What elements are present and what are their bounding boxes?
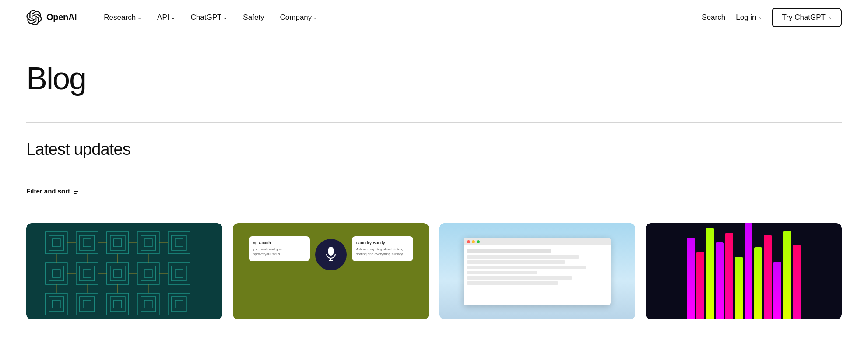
- mic-icon: [325, 247, 337, 263]
- bar-3: [706, 228, 714, 319]
- filter-sort-icon: [74, 189, 81, 194]
- svg-rect-32: [53, 300, 60, 308]
- logo[interactable]: OpenAI: [26, 10, 77, 25]
- navbar-right: Search Log in ↑ Try ChatGPT ↑: [702, 8, 842, 27]
- nav-item-company[interactable]: Company ⌄: [274, 10, 324, 25]
- content-row: [467, 266, 586, 269]
- navbar: OpenAI Research ⌄ API ⌄ ChatGPT ⌄ Safety…: [0, 0, 868, 35]
- main-content: Blog Latest updates Filter and sort: [0, 35, 868, 319]
- color-bars-container: [678, 223, 809, 319]
- bar-5: [725, 233, 733, 319]
- bar-7: [745, 223, 752, 319]
- bar-12: [793, 245, 801, 320]
- search-button[interactable]: Search: [702, 13, 725, 22]
- svg-rect-44: [175, 300, 183, 308]
- mic-button: [315, 239, 347, 270]
- minimize-dot: [472, 240, 475, 243]
- nav-item-safety[interactable]: Safety: [237, 10, 270, 25]
- svg-rect-13: [172, 235, 186, 250]
- laundry-title: Laundry Buddy: [356, 241, 409, 245]
- svg-rect-34: [80, 297, 95, 312]
- bar-10: [773, 262, 781, 319]
- svg-rect-2: [53, 239, 60, 247]
- svg-rect-8: [114, 239, 122, 247]
- section-divider: [26, 122, 842, 123]
- nav-label-research: Research: [104, 13, 136, 22]
- nav-label-api: API: [157, 13, 169, 22]
- card-image-4: [646, 223, 842, 319]
- blog-card-1[interactable]: [26, 223, 222, 319]
- close-dot: [467, 240, 470, 243]
- app-card-coaching: ng Coach your work and givenprove your s…: [249, 236, 310, 261]
- filter-line-2: [74, 191, 78, 192]
- login-arrow-icon: ↑: [756, 14, 763, 21]
- coaching-desc: your work and givenprove your skills.: [253, 247, 306, 256]
- svg-rect-4: [80, 235, 95, 250]
- nav-item-api[interactable]: API ⌄: [151, 10, 181, 25]
- svg-rect-63: [328, 247, 334, 256]
- filter-bar[interactable]: Filter and sort: [26, 180, 842, 202]
- blog-card-3[interactable]: [439, 223, 636, 319]
- svg-rect-5: [83, 239, 91, 247]
- svg-rect-17: [53, 270, 60, 277]
- svg-rect-37: [110, 297, 125, 312]
- svg-rect-20: [83, 270, 91, 277]
- svg-rect-28: [172, 266, 186, 281]
- desktop-mockup: [464, 238, 611, 305]
- svg-rect-29: [175, 270, 183, 277]
- content-row: [467, 255, 579, 259]
- svg-rect-11: [144, 239, 152, 247]
- bar-11: [783, 231, 791, 319]
- content-row: [467, 260, 565, 264]
- nav-label-chatgpt: ChatGPT: [191, 13, 222, 22]
- login-button[interactable]: Log in ↑: [736, 13, 761, 22]
- svg-rect-26: [144, 270, 152, 277]
- svg-rect-19: [80, 266, 95, 281]
- chevron-down-icon: ⌄: [223, 15, 227, 21]
- try-chatgpt-button[interactable]: Try ChatGPT ↑: [772, 8, 842, 27]
- navbar-left: OpenAI Research ⌄ API ⌄ ChatGPT ⌄ Safety…: [26, 10, 323, 25]
- content-row: [467, 276, 572, 280]
- svg-rect-16: [49, 266, 64, 281]
- app-card-laundry: Laundry Buddy Ask me anything about stai…: [352, 236, 413, 261]
- svg-rect-7: [110, 235, 125, 250]
- openai-logo-icon: [26, 10, 42, 25]
- svg-rect-40: [141, 297, 156, 312]
- svg-rect-22: [110, 266, 125, 281]
- filter-line-1: [74, 189, 81, 189]
- bar-4: [716, 242, 724, 319]
- svg-rect-14: [175, 239, 183, 247]
- blog-card-2[interactable]: ng Coach your work and givenprove your s…: [233, 223, 429, 319]
- card-image-3: [439, 223, 636, 319]
- bar-1: [687, 238, 695, 319]
- nav-item-chatgpt[interactable]: ChatGPT ⌄: [185, 10, 234, 25]
- fullscreen-dot: [477, 240, 480, 243]
- svg-rect-10: [141, 235, 156, 250]
- card-image-2: ng Coach your work and givenprove your s…: [233, 223, 429, 319]
- nav-label-safety: Safety: [243, 13, 264, 22]
- bar-2: [696, 252, 704, 319]
- bar-8: [754, 247, 762, 319]
- try-chatgpt-label: Try ChatGPT: [782, 13, 826, 22]
- logo-text: OpenAI: [46, 12, 77, 22]
- svg-rect-41: [144, 300, 152, 308]
- chevron-down-icon: ⌄: [313, 15, 317, 21]
- chevron-down-icon: ⌄: [171, 15, 175, 21]
- svg-rect-1: [49, 235, 64, 250]
- external-link-icon: ↑: [826, 14, 833, 21]
- svg-rect-31: [49, 297, 64, 312]
- circuit-pattern-svg: [26, 223, 222, 319]
- content-row: [467, 281, 558, 285]
- svg-rect-43: [172, 297, 186, 312]
- content-row: [467, 271, 537, 274]
- laundry-desc: Ask me anything about stains, sorting an…: [356, 247, 409, 256]
- page-title: Blog: [26, 61, 842, 96]
- blog-card-4[interactable]: [646, 223, 842, 319]
- nav-item-research[interactable]: Research ⌄: [98, 10, 148, 25]
- nav-links: Research ⌄ API ⌄ ChatGPT ⌄ Safety Compan…: [98, 10, 323, 25]
- titlebar: [464, 238, 611, 245]
- svg-rect-38: [114, 300, 122, 308]
- coaching-title: ng Coach: [253, 241, 306, 245]
- filter-sort-label: Filter and sort: [26, 187, 70, 195]
- chevron-down-icon: ⌄: [137, 15, 141, 21]
